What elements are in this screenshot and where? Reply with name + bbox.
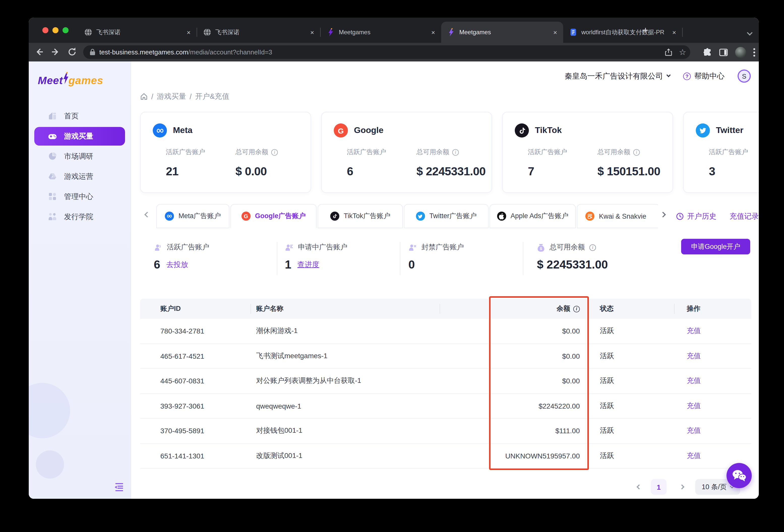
question-icon: ?: [683, 72, 691, 80]
meetgames-logo[interactable]: Meet games: [38, 72, 103, 87]
close-window-button[interactable]: [43, 27, 48, 33]
fullscreen-window-button[interactable]: [62, 27, 68, 33]
breadcrumb-item[interactable]: 游戏买量: [157, 92, 186, 101]
meta-icon: [165, 212, 174, 221]
tab-meta-accounts[interactable]: Meta广告账户: [156, 204, 229, 228]
accounts-label: 活跃广告账户: [166, 148, 235, 157]
go-launch-link[interactable]: 去投放: [166, 260, 188, 269]
sidebar-item-media-buying[interactable]: 游戏买量: [34, 127, 125, 145]
home-breadcrumb-icon[interactable]: [140, 93, 148, 100]
side-panel-icon[interactable]: [719, 48, 728, 57]
tab-search-chevron-icon[interactable]: [748, 28, 752, 37]
info-icon[interactable]: i: [573, 305, 580, 312]
page-header: 秦皇岛一禾广告设计有限公司 ? 帮助中心 S: [565, 69, 751, 83]
browser-tab-2[interactable]: 飞书深诺 ×: [197, 22, 320, 43]
sidebar-item-game-operations[interactable]: 游戏运营: [34, 166, 125, 186]
browser-tab-4-active[interactable]: Meetgames ×: [441, 22, 563, 43]
sidebar-item-admin-center[interactable]: 管理中心: [34, 186, 125, 207]
doc-icon: [569, 28, 577, 36]
recharge-link[interactable]: 充值: [687, 352, 701, 361]
account-name: 飞书测试meetgames-1: [256, 344, 328, 368]
tab-twitter-accounts[interactable]: Twitter广告账户: [404, 204, 488, 228]
share-icon[interactable]: [664, 48, 672, 56]
close-tab-icon[interactable]: ×: [430, 28, 436, 36]
traffic-lights: [43, 27, 68, 33]
sidebar-item-home[interactable]: 首页: [34, 106, 125, 126]
accounts-label: 活跃广告账户: [709, 148, 759, 157]
accounts-value: 6: [347, 165, 416, 178]
scroll-tabs-right-icon[interactable]: [660, 212, 666, 218]
minimize-window-button[interactable]: [52, 27, 58, 33]
open-history-link[interactable]: 开户历史: [676, 211, 717, 221]
tab-kwai-accounts[interactable]: Kwai & Snakvie: [577, 204, 658, 228]
bookmark-star-icon[interactable]: ☆: [679, 48, 686, 56]
sidebar-decor-circle: [36, 450, 64, 479]
tab-label: Kwai & Snakvie: [599, 212, 646, 220]
tab-appleads-accounts[interactable]: Apple Ads广告账户: [489, 204, 576, 228]
help-center-link[interactable]: ? 帮助中心: [683, 71, 725, 81]
tab-label: Google广告账户: [255, 212, 306, 221]
status-badge: 活跃: [600, 344, 614, 368]
tab-google-accounts-active[interactable]: G Google广告账户: [230, 204, 317, 228]
tab-label: Apple Ads广告账户: [510, 212, 568, 221]
account-name: 对接钱包001-1: [256, 419, 303, 443]
recharge-link[interactable]: 充值: [687, 426, 701, 436]
page-number[interactable]: 1: [651, 479, 667, 495]
scroll-tabs-left-icon[interactable]: [144, 212, 150, 218]
account-name: 潮休闲游戏-1: [256, 319, 298, 343]
tab-tiktok-accounts[interactable]: TikTok广告账户: [318, 204, 403, 228]
sidebar-item-publishing-academy[interactable]: 发行学院: [34, 207, 125, 227]
browser-tab-1[interactable]: 飞书深诺 ×: [78, 22, 197, 43]
recharge-history-link[interactable]: 充值记录: [730, 211, 759, 221]
status-badge: 活跃: [600, 394, 614, 418]
extensions-puzzle-icon[interactable]: [703, 48, 712, 57]
back-icon[interactable]: [34, 47, 45, 57]
sidebar-item-label: 首页: [64, 111, 79, 121]
recharge-link[interactable]: 充值: [687, 402, 701, 411]
prev-page-icon[interactable]: [637, 484, 642, 490]
recharge-link[interactable]: 充值: [687, 377, 701, 386]
new-tab-button[interactable]: +: [643, 26, 648, 35]
url-bar[interactable]: test-business.meetgames.com/media/accoun…: [83, 45, 690, 59]
close-tab-icon[interactable]: ×: [552, 28, 558, 36]
collapse-sidebar-icon[interactable]: [113, 481, 124, 492]
header-account-id: 账户ID: [160, 299, 181, 319]
sidebar: Meet games 首页 游戏买量 市场调研: [29, 61, 131, 499]
reload-icon[interactable]: [67, 47, 77, 57]
close-tab-icon[interactable]: ×: [186, 28, 192, 36]
stat-divider: [277, 242, 277, 275]
grid-icon: [48, 192, 57, 201]
browser-tab-3[interactable]: Meetgames ×: [321, 22, 441, 43]
check-progress-link[interactable]: 查进度: [298, 260, 319, 269]
tab-label: Meta广告账户: [178, 212, 221, 221]
account-id: 393-927-3061: [160, 394, 204, 418]
google-icon: G: [334, 123, 348, 138]
wechat-support-button[interactable]: [727, 463, 752, 488]
browser-tabstrip: 飞书深诺 × 飞书深诺 × Meetgames × Meetgames: [29, 18, 759, 43]
header-balance: 余额i: [489, 299, 580, 319]
close-tab-icon[interactable]: ×: [309, 28, 315, 36]
tab-title: Meetgames: [339, 29, 426, 36]
sidebar-item-market-research[interactable]: 市场调研: [34, 146, 125, 166]
sidebar-item-label: 市场调研: [64, 151, 93, 161]
recharge-link[interactable]: 充值: [687, 451, 701, 461]
meta-icon: [153, 123, 167, 138]
recharge-link[interactable]: 充值: [687, 327, 701, 336]
info-icon[interactable]: i: [633, 149, 640, 155]
forward-icon[interactable]: [50, 47, 60, 57]
browser-tabs: 飞书深诺 × 飞书深诺 × Meetgames × Meetgames: [78, 22, 683, 43]
stat-divider: [400, 242, 400, 275]
company-selector[interactable]: 秦皇岛一禾广告设计有限公司: [565, 71, 670, 81]
browser-tab-5[interactable]: worldfirst自动获取支付数据-PR ×: [563, 22, 682, 43]
info-icon[interactable]: i: [452, 149, 459, 155]
table-row: 393-927-3061 qweqweqwe-1 $2245220.00 活跃 …: [140, 394, 751, 419]
info-icon[interactable]: i: [589, 244, 596, 250]
info-icon[interactable]: i: [271, 149, 278, 155]
apply-google-account-button[interactable]: 申请Google开户: [681, 239, 750, 255]
accounts-value: 21: [166, 165, 235, 178]
close-tab-icon[interactable]: ×: [671, 28, 677, 36]
browser-profile-avatar[interactable]: [735, 47, 746, 58]
next-page-icon[interactable]: [679, 484, 684, 490]
user-avatar[interactable]: S: [738, 69, 751, 83]
browser-menu-dots-icon[interactable]: [753, 48, 755, 57]
